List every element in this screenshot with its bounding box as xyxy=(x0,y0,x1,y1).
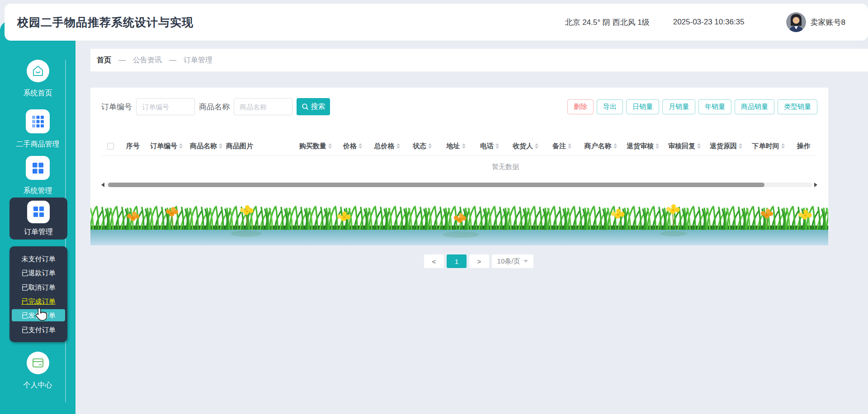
sort-caret-icon xyxy=(781,143,785,149)
column-header[interactable]: 操作 xyxy=(790,142,817,151)
submenu-item[interactable]: 已完成订单 xyxy=(12,295,65,307)
prev-page-button[interactable]: < xyxy=(424,254,444,268)
sort-caret-icon xyxy=(613,143,617,149)
column-header[interactable]: 商品图片 xyxy=(226,142,294,151)
column-header[interactable]: 商户名称 xyxy=(579,142,622,151)
grid-2x2-icon xyxy=(27,201,50,223)
column-header[interactable]: 订单编号 xyxy=(146,142,186,151)
column-header[interactable]: 电话 xyxy=(473,142,506,151)
breadcrumb-item-home[interactable]: 首页 xyxy=(97,56,111,65)
scrollbar-track[interactable] xyxy=(106,183,812,187)
sort-caret-icon xyxy=(219,143,222,149)
sidebar-item-home[interactable]: 系统首页 xyxy=(0,60,75,98)
empty-table-message: 暂无数据 xyxy=(492,163,519,171)
column-header[interactable]: 退货原因 xyxy=(705,142,747,151)
search-button-label: 搜索 xyxy=(311,102,326,112)
breadcrumb: 首页 — 公告资讯 — 订单管理 xyxy=(90,49,868,71)
scroll-left-arrow-icon[interactable] xyxy=(101,183,104,187)
submenu-item[interactable]: 已支付订单 xyxy=(12,324,65,336)
datetime: 2025-03-23 10:36:35 xyxy=(673,18,745,27)
submenu-item[interactable]: 未支付订单 xyxy=(12,253,65,265)
column-header[interactable]: 备注 xyxy=(545,142,579,151)
product-name-input[interactable] xyxy=(234,98,292,115)
column-header[interactable]: 价格 xyxy=(337,142,368,151)
sidebar: 系统首页 二手商品管理 系统管理 xyxy=(0,21,75,414)
header-right: 北京 24.5° 阴 西北风 1级 2025-03-23 10:36:35 卖家… xyxy=(565,12,868,32)
sort-caret-icon xyxy=(535,143,538,149)
pagination: < 1 > 10条/页 xyxy=(424,254,533,268)
action-button[interactable]: 导出 xyxy=(597,99,623,114)
action-button[interactable]: 月销量 xyxy=(662,99,695,114)
submenu-item[interactable]: 已取消订单 xyxy=(12,281,65,293)
grid-2x2-icon xyxy=(26,156,50,180)
username: 卖家账号8 xyxy=(811,17,845,28)
breadcrumb-item-orders[interactable]: 订单管理 xyxy=(184,56,212,65)
action-buttons: 删除 导出 日销量 月销量 年销量 商品销量 类型销量 xyxy=(567,99,817,114)
search-icon xyxy=(302,103,309,110)
avatar xyxy=(786,12,806,32)
column-header[interactable]: 商品名称 xyxy=(186,142,226,151)
action-button[interactable]: 删除 xyxy=(567,99,594,114)
action-button[interactable]: 日销量 xyxy=(626,99,659,114)
grass-decoration xyxy=(90,202,828,245)
action-button[interactable]: 年销量 xyxy=(698,99,731,114)
product-name-label: 商品名称 xyxy=(199,102,230,112)
order-no-label: 订单编号 xyxy=(101,102,132,112)
sort-caret-icon xyxy=(396,143,400,149)
column-header[interactable]: 下单时间 xyxy=(747,142,790,151)
sort-caret-icon xyxy=(739,143,742,149)
sort-caret-icon xyxy=(697,143,701,149)
sidebar-item-system-mgmt[interactable]: 系统管理 xyxy=(0,156,75,196)
column-header[interactable]: 收货人 xyxy=(506,142,545,151)
select-all-checkbox[interactable] xyxy=(107,143,114,150)
page-size-select[interactable]: 10条/页 xyxy=(492,254,533,268)
page-size-value: 10条/页 xyxy=(497,257,520,266)
wallet-icon xyxy=(27,352,49,374)
column-header[interactable]: 状态 xyxy=(406,142,439,151)
breadcrumb-item-news[interactable]: 公告资讯 xyxy=(133,56,162,65)
action-button[interactable]: 类型销量 xyxy=(778,99,817,114)
sidebar-item-label: 订单管理 xyxy=(24,227,53,237)
order-table-card: 订单编号 商品名称 搜索 删除 导出 日销量 月销量 年销量 商品销量 类型销量… xyxy=(90,88,828,202)
sidebar-item-label: 系统管理 xyxy=(24,186,52,196)
select-all-cell xyxy=(101,143,119,150)
sidebar-item-profile[interactable]: 个人中心 xyxy=(0,352,75,390)
app-header: 校园二手物品推荐系统设计与实现 北京 24.5° 阴 西北风 1级 2025-0… xyxy=(5,4,868,41)
column-header[interactable]: 审核回复 xyxy=(664,142,705,151)
submenu-item[interactable]: 已发货订单 xyxy=(12,309,65,321)
column-header[interactable]: 总价格 xyxy=(368,142,406,151)
home-icon xyxy=(27,60,49,82)
sort-caret-icon xyxy=(359,143,362,149)
action-button[interactable]: 商品销量 xyxy=(735,99,774,114)
table-header-row: 序号 订单编号 商品名称 商品图片 购买数量 价格 总价格 状态 地址 电话 收 xyxy=(101,136,817,156)
next-page-button[interactable]: > xyxy=(469,254,489,268)
grid-3x3-icon xyxy=(26,109,50,133)
column-header[interactable]: 退货审核 xyxy=(622,142,664,151)
column-header[interactable]: 购买数量 xyxy=(294,142,337,151)
page-title: 校园二手物品推荐系统设计与实现 xyxy=(17,15,193,30)
submenu-item[interactable]: 已退款订单 xyxy=(12,267,65,279)
page-1-button[interactable]: 1 xyxy=(447,254,467,268)
filter-row: 订单编号 商品名称 搜索 xyxy=(101,98,330,115)
sort-caret-icon xyxy=(656,143,659,149)
chevron-down-icon xyxy=(524,260,528,263)
sort-caret-icon xyxy=(328,143,332,149)
scrollbar-thumb[interactable] xyxy=(108,183,764,187)
sidebar-item-label: 二手商品管理 xyxy=(16,140,60,149)
weather-info: 北京 24.5° 阴 西北风 1级 xyxy=(565,17,649,28)
column-header[interactable]: 地址 xyxy=(439,142,473,151)
column-header[interactable]: 序号 xyxy=(119,142,146,151)
scroll-right-arrow-icon[interactable] xyxy=(814,183,817,187)
sort-caret-icon xyxy=(568,143,571,149)
sort-caret-icon xyxy=(179,143,183,149)
sidebar-item-order-mgmt[interactable]: 订单管理 xyxy=(9,198,67,240)
sidebar-item-label: 系统首页 xyxy=(24,89,52,98)
user-menu[interactable]: 卖家账号8 xyxy=(786,12,845,32)
breadcrumb-separator: — xyxy=(118,56,126,64)
sort-caret-icon xyxy=(495,143,499,149)
search-button[interactable]: 搜索 xyxy=(297,98,330,115)
sort-caret-icon xyxy=(462,143,466,149)
sidebar-item-secondhand-goods[interactable]: 二手商品管理 xyxy=(0,109,75,149)
horizontal-scrollbar xyxy=(101,182,817,188)
order-no-input[interactable] xyxy=(136,98,195,115)
